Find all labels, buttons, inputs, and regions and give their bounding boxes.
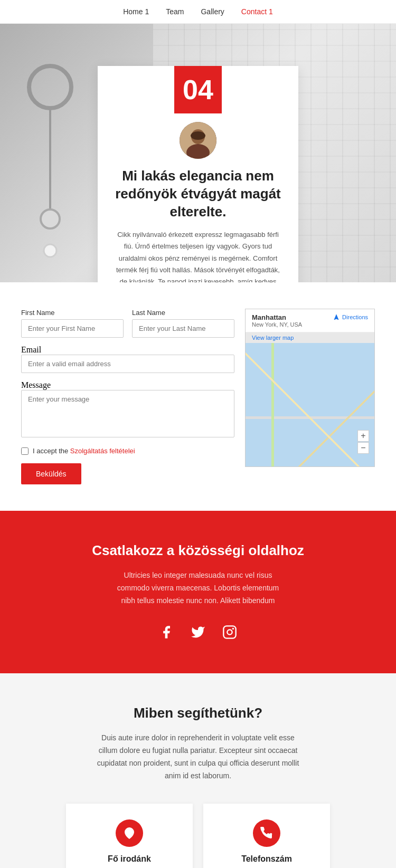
social-desc: Ultricies leo integer malesuada nunc vel… [114, 569, 282, 607]
email-label: Email [21, 345, 41, 354]
svg-point-7 [191, 131, 205, 140]
zoom-out-button[interactable]: − [357, 442, 369, 454]
facebook-icon[interactable] [157, 623, 176, 642]
hero-card: 04 Mi lakás elegancia nem redőnyök étvág… [98, 66, 298, 282]
map-zoom-controls: + − [357, 430, 369, 454]
hero-section: 04 Mi lakás elegancia nem redőnyök étvág… [0, 24, 396, 282]
nav-contact[interactable]: Contact 1 [241, 7, 273, 16]
nav-home[interactable]: Home 1 [123, 7, 149, 16]
earphones-decoration [11, 55, 90, 277]
map-image: New York Newark + − [246, 343, 374, 467]
map-directions[interactable]: Directions [333, 313, 368, 321]
nav-team[interactable]: Team [166, 7, 184, 16]
svg-point-2 [41, 209, 60, 228]
phone-card: Telefonszám 234-9876-5400888-0123-4567 (… [203, 804, 330, 868]
hero-number-box: 04 [174, 66, 222, 113]
first-name-group: First Name [21, 309, 124, 338]
hero-number: 04 [183, 74, 213, 106]
first-name-input[interactable] [21, 319, 124, 338]
svg-rect-8 [246, 360, 374, 452]
svg-point-22 [232, 628, 234, 630]
nav-gallery[interactable]: Gallery [201, 7, 224, 16]
navigation: Home 1 Team Gallery Contact 1 [0, 0, 396, 24]
office-title: Fő irodánk [77, 854, 182, 864]
submit-button[interactable]: Beküldés [21, 463, 81, 484]
accept-checkbox[interactable] [21, 447, 29, 455]
message-group: Message [21, 380, 234, 440]
zoom-in-button[interactable]: + [357, 430, 369, 442]
social-title: Csatlakozz a közösségi oldalhoz [21, 542, 375, 559]
phone-title: Telefonszám [214, 854, 319, 864]
checkbox-text: I accept the Szolgáltatás feltételei [33, 447, 135, 455]
map-header: Manhattan New York, NY, USA Directions [246, 309, 374, 332]
checkbox-row: I accept the Szolgáltatás feltételei [21, 447, 234, 455]
map-container: Manhattan New York, NY, USA Directions V… [245, 309, 375, 467]
svg-point-21 [227, 630, 232, 635]
hero-title: Mi lakás elegancia nem redőnyök étvágyát… [114, 167, 282, 221]
contact-cards: Fő irodánk SoHo 94 Broadway St New York,… [66, 804, 330, 868]
location-icon [116, 819, 143, 847]
hero-body: Cikk nyilvánvaló érkezett expressz legma… [114, 229, 282, 282]
social-section: Csatlakozz a közösségi oldalhoz Ultricie… [0, 511, 396, 673]
phone-icon [253, 819, 280, 847]
svg-text:Newark: Newark [258, 399, 270, 403]
terms-link[interactable]: Szolgáltatás feltételei [70, 447, 135, 455]
contact-section: First Name Last Name Email Message I acc… [0, 282, 396, 511]
svg-point-0 [29, 66, 71, 108]
map-subtitle: New York, NY, USA [252, 321, 302, 328]
message-label: Message [21, 380, 51, 389]
map-title: Manhattan [252, 313, 302, 321]
help-section: Miben segíthetünk? Duis aute irure dolor… [0, 673, 396, 868]
svg-text:New York: New York [286, 402, 308, 407]
contact-form: First Name Last Name Email Message I acc… [21, 309, 234, 484]
email-group: Email [21, 345, 234, 373]
last-name-input[interactable] [132, 319, 234, 338]
email-input[interactable] [21, 355, 234, 373]
social-icons [21, 623, 375, 642]
message-input[interactable] [21, 390, 234, 437]
svg-rect-9 [246, 392, 374, 452]
twitter-icon[interactable] [188, 623, 208, 642]
instagram-icon[interactable] [220, 623, 239, 642]
office-card: Fő irodánk SoHo 94 Broadway St New York,… [66, 804, 193, 868]
help-title: Miben segíthetünk? [21, 705, 375, 721]
last-name-label: Last Name [132, 309, 234, 317]
map-view-larger[interactable]: View larger map [246, 332, 374, 343]
svg-rect-20 [223, 626, 235, 638]
name-row: First Name Last Name [21, 309, 234, 338]
help-desc: Duis aute irure dolor in reprehenderit i… [92, 732, 304, 782]
last-name-group: Last Name [132, 309, 234, 338]
svg-point-3 [44, 244, 56, 257]
svg-marker-11 [246, 400, 294, 433]
first-name-label: First Name [21, 309, 124, 317]
avatar [180, 122, 216, 159]
